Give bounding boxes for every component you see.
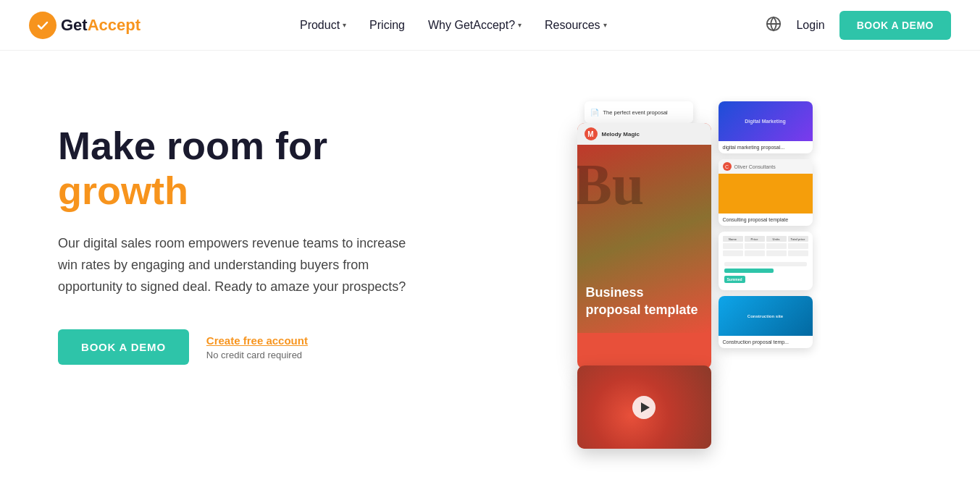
digital-marketing-label: digital marketing proposal... [719,141,813,153]
event-proposal-label: The perfect event proposal [603,109,668,116]
business-proposal-title: Business proposal template [586,284,703,318]
book-demo-hero-button[interactable]: BOOK A DEMO [58,329,189,365]
event-proposal-card: 📄 The perfect event proposal [585,101,693,123]
hero-heading: Make room for growth [58,123,420,213]
logo[interactable]: GetAccept [29,12,141,39]
right-column-cards: Digital Marketing digital marketing prop… [719,101,813,348]
hero-heading-highlight: growth [58,169,188,212]
nav-pricing[interactable]: Pricing [369,19,405,32]
hero-cta: BOOK A DEMO Create free account No credi… [58,329,420,365]
book-demo-nav-button[interactable]: BOOK A DEMO [839,11,951,40]
hero-left: Make room for growth Our digital sales r… [58,94,420,365]
cta-secondary: Create free account No credit card requi… [206,334,308,360]
create-account-link[interactable]: Create free account [206,334,308,347]
hero-section: Make room for growth Our digital sales r… [0,51,980,499]
client-icon: C [723,162,732,171]
product-chevron-icon: ▾ [343,21,346,29]
nav-links: Product ▾ Pricing Why GetAccept? ▾ Resou… [300,19,607,32]
business-proposal-image: Business proposal template [577,145,711,333]
nav-resources[interactable]: Resources ▾ [545,19,606,32]
login-link[interactable]: Login [796,19,824,32]
nav-right: Login BOOK A DEMO [766,11,951,40]
play-button[interactable] [632,396,656,419]
resources-chevron-icon: ▾ [603,21,607,29]
logo-icon [29,12,56,39]
consulting-label: Consulting proposal template [719,214,813,226]
nav-product[interactable]: Product ▾ [300,19,346,32]
hero-body: Our digital sales room empowers revenue … [58,233,420,297]
pricing-table-card[interactable]: Name Price Units Total price [719,232,813,290]
nav-why[interactable]: Why GetAccept? ▾ [428,19,522,32]
play-icon [641,402,650,413]
no-credit-text: No credit card required [206,350,308,360]
melody-magic-icon: M [585,127,598,140]
digital-marketing-card[interactable]: Digital Marketing digital marketing prop… [719,101,813,153]
document-icon: 📄 [590,109,599,117]
template-collage: 📄 The perfect event proposal M Melody Ma… [577,101,809,449]
globe-icon[interactable] [766,16,782,35]
consulting-card[interactable]: C Oliver Consultants Consulting Consulti… [719,159,813,226]
business-proposal-card[interactable]: M Melody Magic Business proposal templat… [577,123,711,369]
navbar: GetAccept Product ▾ Pricing Why GetAccep… [0,0,980,51]
why-chevron-icon: ▾ [518,21,522,29]
logo-accept-text: Accept [88,16,141,34]
logo-get-text: Get [61,16,88,34]
hero-right: 📄 The perfect event proposal M Melody Ma… [420,101,922,463]
video-card[interactable] [577,365,711,449]
construction-card[interactable]: Construction site Construction proposal … [719,296,813,348]
construction-label: Construction proposal temp... [719,336,813,348]
